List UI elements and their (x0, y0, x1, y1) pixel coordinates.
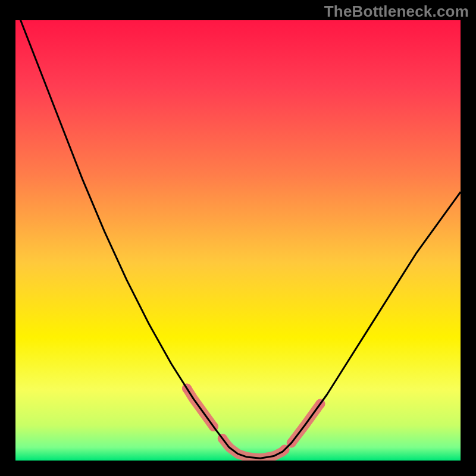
chart-frame: TheBottleneck.com (0, 0, 476, 476)
chart-plot-area (15, 20, 461, 461)
chart-background (15, 20, 461, 461)
watermark-text: TheBottleneck.com (324, 2, 469, 21)
chart-svg (15, 20, 461, 461)
